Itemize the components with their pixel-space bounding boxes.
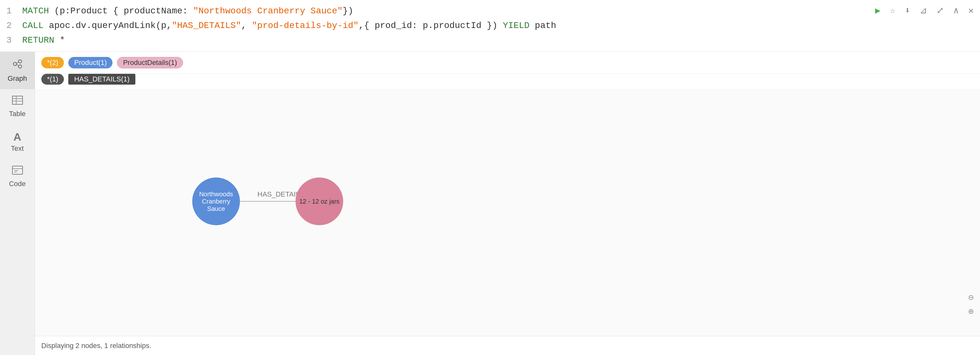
code-text: ,{ prod_id: p.productId }) <box>359 21 503 30</box>
code-text: , <box>241 21 252 30</box>
svg-rect-5 <box>13 96 22 104</box>
code-content-2: CALL apoc.dv.queryAndLink(p,"HAS_DETAILS… <box>22 19 974 32</box>
code-text: }) <box>342 6 353 16</box>
svg-point-0 <box>13 62 16 66</box>
string-has-details: "HAS_DETAILS" <box>172 21 241 30</box>
star-button[interactable]: ☆ <box>890 5 896 16</box>
svg-rect-9 <box>13 166 22 174</box>
code-text: apoc.dv.queryAndLink(p, <box>49 21 172 30</box>
expand-button[interactable]: ⤢ <box>937 5 944 16</box>
sidebar-label-table: Table <box>9 110 26 118</box>
run-button[interactable]: ▶ <box>875 5 881 16</box>
result-area: Graph Table A Text <box>0 52 980 355</box>
sidebar-label-graph: Graph <box>8 74 27 83</box>
sidebar-item-text[interactable]: A Text <box>0 125 35 159</box>
code-icon <box>12 165 23 179</box>
string-prod-details: "prod-details-by-id" <box>252 21 359 30</box>
result-main: *(2) Product(1) ProductDetails(1) *(1) H… <box>35 52 980 355</box>
status-text: Displaying 2 nodes, 1 relationships. <box>41 342 151 350</box>
keyword-match: MATCH <box>22 6 54 16</box>
code-star: * <box>60 35 65 45</box>
zoom-in-icon[interactable]: ⊕ <box>968 306 974 317</box>
line-number-2: 2 <box>6 19 22 32</box>
toolbar: ▶ ☆ ⬇ ⊿ ⤢ ∧ ✕ <box>875 5 974 16</box>
badges-row1: *(2) Product(1) ProductDetails(1) <box>35 52 980 74</box>
text-icon: A <box>13 131 21 143</box>
badge-has-details[interactable]: HAS_DETAILS(1) <box>68 74 135 85</box>
status-bar: Displaying 2 nodes, 1 relationships. <box>35 336 980 355</box>
node-product-details-label: 12 - 12 oz jars <box>296 195 343 208</box>
node-product[interactable]: Northwoods Cranberry Sauce <box>192 178 240 225</box>
code-editor: 1 MATCH (p:Product { productName: "North… <box>0 0 980 52</box>
line-number-1: 1 <box>6 5 22 18</box>
svg-line-4 <box>16 65 18 66</box>
code-line-2: 2 CALL apoc.dv.queryAndLink(p,"HAS_DETAI… <box>0 18 980 33</box>
svg-point-1 <box>18 60 22 63</box>
pin-button[interactable]: ⊿ <box>920 5 927 16</box>
code-content-3: RETURN * <box>22 34 974 47</box>
code-line-3: 3 RETURN * <box>0 33 980 48</box>
graph-canvas: HAS_DETAILS Northwoods Cranberry Sauce 1… <box>35 90 980 336</box>
node-product-label: Northwoods Cranberry Sauce <box>192 187 240 216</box>
string-value: "Northwoods Cranberry Sauce" <box>193 6 342 16</box>
sidebar-item-code[interactable]: Code <box>0 159 35 194</box>
badge-product-details[interactable]: ProductDetails(1) <box>117 57 183 69</box>
code-content-1: MATCH (p:Product { productName: "Northwo… <box>22 5 974 18</box>
badges-row2: *(1) HAS_DETAILS(1) <box>35 74 980 90</box>
keyword-return: RETURN <box>22 35 60 45</box>
table-icon <box>12 96 23 109</box>
code-path: path <box>535 21 556 30</box>
keyword-call: CALL <box>22 21 49 30</box>
badge-product[interactable]: Product(1) <box>68 57 113 69</box>
sidebar-item-table[interactable]: Table <box>0 89 35 125</box>
sidebar-item-graph[interactable]: Graph <box>0 52 35 89</box>
graph-edge-svg: HAS_DETAILS <box>35 90 980 336</box>
zoom-out-icon[interactable]: ⊖ <box>968 292 974 303</box>
graph-icon <box>12 58 23 73</box>
download-button[interactable]: ⬇ <box>905 5 910 16</box>
line-number-3: 3 <box>6 34 22 47</box>
sidebar: Graph Table A Text <box>0 52 35 355</box>
keyword-yield: YIELD <box>503 21 535 30</box>
close-button[interactable]: ✕ <box>968 5 974 16</box>
node-product-details[interactable]: 12 - 12 oz jars <box>296 178 343 225</box>
svg-line-3 <box>16 62 18 63</box>
code-line-1: 1 MATCH (p:Product { productName: "North… <box>0 4 980 18</box>
badge-all-nodes[interactable]: *(2) <box>41 57 64 69</box>
badge-all-rels[interactable]: *(1) <box>41 74 64 85</box>
svg-point-2 <box>18 65 22 68</box>
sidebar-label-text: Text <box>11 144 24 153</box>
code-text: (p:Product { productName: <box>54 6 193 16</box>
up-button[interactable]: ∧ <box>953 5 959 16</box>
sidebar-label-code: Code <box>9 180 26 188</box>
zoom-controls: ⊖ ⊕ <box>968 292 974 317</box>
